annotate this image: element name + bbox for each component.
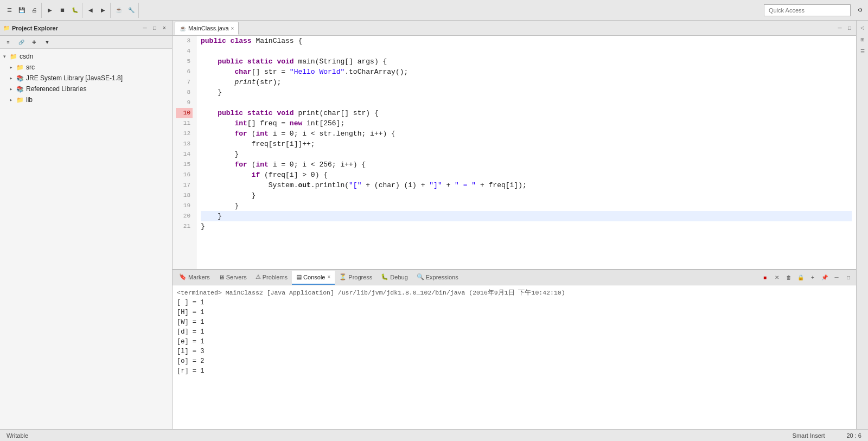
console-line: [o] = 2	[177, 356, 852, 366]
panel-header: 📁 Project Explorer ─ □ ×	[0, 21, 172, 36]
code-line-16: if (freq[i] > 0) {	[201, 170, 852, 180]
new-btn[interactable]: ✚	[28, 36, 40, 48]
tab-close-btn[interactable]: ×	[231, 25, 234, 31]
tab-expressions[interactable]: 🔍 Expressions	[412, 271, 463, 285]
status-position: 20 : 6	[846, 432, 861, 439]
line-numbers: 3456789101112131415161718192021	[173, 36, 196, 269]
line-number-14: 14	[176, 149, 193, 159]
line-number-11: 11	[176, 118, 193, 129]
console-scroll-lock-btn[interactable]: 🔒	[795, 272, 806, 283]
code-line-15: for (int i = 0; i < 256; i++) {	[201, 159, 852, 170]
toolbar-btn-settings[interactable]: ⚙	[854, 4, 866, 16]
editor-maximize-btn[interactable]: □	[845, 24, 854, 33]
panel-minimize-btn[interactable]: ─	[141, 24, 149, 33]
line-number-17: 17	[176, 180, 193, 190]
console-header: <terminated> MainClass2 [Java Applicatio…	[177, 287, 852, 298]
line-number-9: 9	[176, 98, 193, 108]
collapse-all-btn[interactable]: ≡	[2, 36, 14, 48]
tab-problems[interactable]: ⚠ Problems	[251, 271, 292, 285]
tree-item-jre[interactable]: ▸ 📚 JRE System Library [JavaSE-1.8]	[0, 73, 172, 84]
library-icon-jre: 📚	[16, 75, 24, 82]
toolbar-btn-debug[interactable]: 🐛	[69, 4, 81, 16]
console-line: [e] = 1	[177, 337, 852, 347]
toolbar-btn-forward[interactable]: ▶	[97, 4, 109, 16]
toolbar-btn-debug-persp[interactable]: 🔧	[125, 4, 137, 16]
link-editor-btn[interactable]: 🔗	[15, 36, 27, 48]
folder-icon-src: 📁	[16, 64, 24, 71]
console-terminate-btn[interactable]: ✕	[771, 272, 782, 283]
code-content[interactable]: public class MainClass { public static v…	[196, 36, 856, 269]
arrow-icon-jre: ▸	[10, 75, 16, 81]
editor-tab-mainclass[interactable]: ☕ MainClass.java ×	[175, 22, 239, 35]
project-explorer-panel: 📁 Project Explorer ─ □ × ≡ 🔗 ✚ ▼ ▾ 📁 csd…	[0, 21, 173, 429]
tab-servers[interactable]: 🖥 Servers	[214, 271, 251, 285]
toolbar-btn-java[interactable]: ☕	[113, 4, 125, 16]
code-line-4	[201, 46, 852, 56]
code-line-21: }	[201, 221, 852, 232]
panel-close-btn[interactable]: ×	[160, 24, 169, 33]
console-maximize-btn[interactable]: □	[843, 272, 854, 283]
java-file-icon: ☕	[180, 25, 186, 31]
console-tab-close[interactable]: ×	[327, 274, 330, 280]
console-minimize-btn[interactable]: ─	[831, 272, 842, 283]
line-number-18: 18	[176, 190, 193, 201]
line-number-3: 3	[176, 36, 193, 46]
tree-item-reflibs[interactable]: ▸ 📚 Referenced Libraries	[0, 84, 172, 94]
line-number-10: 10	[176, 108, 193, 118]
tab-debug[interactable]: 🐛 Debug	[376, 271, 412, 285]
tree-item-src[interactable]: ▸ 📁 src	[0, 62, 172, 73]
quick-access-input[interactable]	[764, 4, 851, 16]
code-line-5: public static void main(String[] args) {	[201, 56, 852, 67]
code-line-8: }	[201, 87, 852, 98]
console-output: <terminated> MainClass2 [Java Applicatio…	[173, 285, 856, 429]
toolbar-btn-print[interactable]: 🖨	[28, 4, 40, 16]
line-number-12: 12	[176, 129, 193, 139]
tab-markers[interactable]: 🔖 Markers	[175, 271, 214, 285]
console-line: [W] = 1	[177, 317, 852, 327]
panel-menu-btn[interactable]: ▼	[41, 36, 53, 48]
progress-icon: ⏳	[339, 273, 347, 280]
code-line-12: for (int i = 0; i < str.length; i++) {	[201, 129, 852, 139]
line-number-21: 21	[176, 221, 193, 232]
servers-icon: 🖥	[219, 274, 225, 280]
tree-item-lib[interactable]: ▸ 📁 lib	[0, 94, 172, 105]
editor-minimize-btn[interactable]: ─	[835, 24, 844, 33]
toolbar-btn-save[interactable]: 💾	[16, 4, 28, 16]
toolbar-btn-run[interactable]: ▶	[44, 4, 56, 16]
tab-label: MainClass.java	[188, 25, 229, 31]
console-clear-btn[interactable]: 🗑	[783, 272, 794, 283]
console-new-btn[interactable]: +	[807, 272, 818, 283]
status-writable: Writable	[7, 432, 28, 439]
toolbar-group-file: ☰ 💾 🖨	[2, 3, 42, 18]
line-number-6: 6	[176, 67, 193, 77]
arrow-icon-lib: ▸	[10, 97, 16, 103]
arrow-icon-src: ▸	[10, 65, 16, 70]
panel-title: Project Explorer	[12, 25, 141, 31]
line-number-7: 7	[176, 77, 193, 87]
tree-label-lib: lib	[26, 96, 33, 104]
tab-console[interactable]: ▤ Console ×	[292, 271, 335, 285]
console-stop-btn[interactable]: ■	[760, 272, 770, 283]
right-strip-btn-2[interactable]: ⊞	[858, 35, 867, 44]
toolbar-btn-back[interactable]: ◀	[85, 4, 97, 16]
toolbar-group-perspective: ☕ 🔧	[112, 3, 139, 18]
bottom-tabs: 🔖 Markers 🖥 Servers ⚠ Problems ▤ Console…	[173, 270, 856, 285]
toolbar-btn-menu[interactable]: ☰	[3, 4, 15, 16]
code-line-10: public static void print(char[] str) {	[201, 108, 852, 118]
console-pin-btn[interactable]: 📌	[819, 272, 830, 283]
tab-progress[interactable]: ⏳ Progress	[335, 271, 376, 285]
line-number-4: 4	[176, 46, 193, 56]
tab-console-label: Console	[303, 274, 325, 280]
code-editor[interactable]: 3456789101112131415161718192021 public c…	[173, 36, 856, 269]
expressions-icon: 🔍	[417, 273, 424, 280]
tab-problems-label: Problems	[263, 274, 288, 280]
tree-item-csdn[interactable]: ▾ 📁 csdn	[0, 51, 172, 62]
toolbar-btn-stop[interactable]: ⏹	[56, 4, 68, 16]
right-strip-btn-3[interactable]: ☰	[858, 47, 867, 56]
console-icon: ▤	[296, 273, 302, 280]
tab-markers-label: Markers	[188, 274, 210, 280]
panel-maximize-btn[interactable]: □	[150, 24, 159, 33]
tree-label-jre: JRE System Library [JavaSE-1.8]	[26, 74, 123, 82]
right-strip-btn-1[interactable]: ◁	[858, 23, 867, 33]
project-tree: ▾ 📁 csdn ▸ 📁 src ▸ 📚 JRE System Library …	[0, 49, 172, 429]
